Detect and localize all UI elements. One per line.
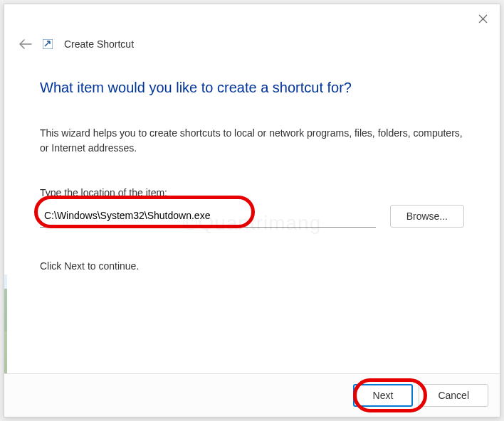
shortcut-icon xyxy=(43,39,54,50)
close-button[interactable] xyxy=(474,10,491,27)
location-input[interactable] xyxy=(40,204,376,228)
browse-button[interactable]: Browse... xyxy=(390,205,464,228)
wizard-header: Create Shortcut xyxy=(4,30,500,58)
create-shortcut-dialog: Create Shortcut What item would you like… xyxy=(4,4,500,417)
wizard-content: What item would you like to create a sho… xyxy=(4,58,500,373)
close-icon xyxy=(478,14,488,23)
arrow-left-icon xyxy=(19,39,32,49)
description-text: This wizard helps you to create shortcut… xyxy=(40,126,464,156)
dialog-footer: Next Cancel xyxy=(4,373,500,417)
location-label: Type the location of the item: xyxy=(40,187,464,198)
cancel-button[interactable]: Cancel xyxy=(419,384,488,407)
titlebar xyxy=(4,4,500,30)
wizard-title: Create Shortcut xyxy=(64,38,134,50)
back-button[interactable] xyxy=(19,37,33,51)
next-button[interactable]: Next xyxy=(353,384,414,407)
page-heading: What item would you like to create a sho… xyxy=(40,80,464,96)
input-row: Browse... xyxy=(40,204,464,228)
location-input-wrap xyxy=(40,204,376,228)
continue-hint: Click Next to continue. xyxy=(40,260,464,272)
